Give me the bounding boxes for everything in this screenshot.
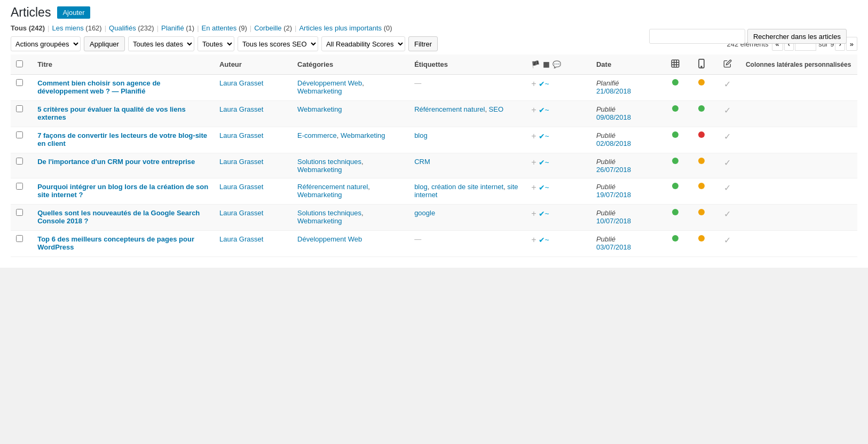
author-link[interactable]: Laura Grasset: [219, 158, 263, 166]
dot-seo: [672, 235, 678, 242]
seo-check-icon: ✔~: [539, 158, 549, 167]
date-status: Publié: [596, 105, 616, 113]
date-value[interactable]: 02/08/2018: [596, 139, 657, 147]
seo-add-icon[interactable]: +: [531, 131, 536, 141]
readability-filter-select[interactable]: All Readability Scores: [321, 36, 405, 51]
row-checkbox[interactable]: [16, 79, 23, 86]
date-status: Publié: [596, 158, 616, 166]
th-edit-icon[interactable]: [714, 54, 740, 75]
status-link-5[interactable]: Corbeille (2): [254, 24, 292, 32]
author-link[interactable]: Laura Grasset: [219, 235, 263, 243]
search-button[interactable]: Rechercher dans les articles: [747, 29, 847, 44]
date-value[interactable]: 19/07/2018: [596, 191, 657, 199]
tag-link[interactable]: blog: [414, 183, 428, 191]
dot-readability: [698, 158, 705, 164]
status-link-6[interactable]: Articles les plus importants (0): [299, 24, 392, 32]
seo-add-icon[interactable]: +: [531, 209, 536, 219]
category-link[interactable]: Référencement naturel: [297, 183, 368, 191]
seo-filter-select[interactable]: Tous les scores SEO: [238, 36, 318, 51]
article-title-link[interactable]: 7 façons de convertir les lecteurs de vo…: [37, 131, 209, 147]
date-value[interactable]: 09/08/2018: [596, 113, 657, 121]
tag-link[interactable]: google: [414, 209, 435, 217]
row-checkbox[interactable]: [16, 209, 23, 216]
category-link[interactable]: Développement Web: [297, 79, 362, 87]
article-title-link[interactable]: Comment bien choisir son agence de dével…: [37, 79, 209, 95]
article-title-link[interactable]: 5 critères pour évaluer la qualité de vo…: [37, 105, 209, 121]
seo-add-icon[interactable]: +: [531, 158, 536, 167]
seo-score-icon: ▦: [543, 60, 549, 68]
category-link[interactable]: Webmarketing: [297, 105, 342, 113]
table-row: Pourquoi intégrer un blog lors de la cré…: [11, 178, 857, 205]
th-mobile-icon[interactable]: [689, 54, 715, 75]
category-link[interactable]: Webmarketing: [297, 166, 342, 174]
th-auteur[interactable]: Auteur: [214, 54, 292, 75]
author-link[interactable]: Laura Grasset: [219, 105, 263, 113]
category-link[interactable]: E-commerce: [297, 131, 337, 139]
checkmark-icon: ✓: [724, 80, 731, 89]
th-date[interactable]: Date: [591, 54, 662, 75]
author-link[interactable]: Laura Grasset: [219, 183, 263, 191]
seo-add-icon[interactable]: +: [531, 105, 536, 115]
category-link[interactable]: Webmarketing: [297, 217, 342, 225]
dot-seo: [672, 79, 678, 85]
row-checkbox[interactable]: [16, 105, 23, 112]
row-checkbox[interactable]: [16, 235, 23, 242]
author-link[interactable]: Laura Grasset: [219, 79, 263, 87]
seo-add-icon[interactable]: +: [531, 183, 536, 192]
category-link[interactable]: Webmarketing: [297, 87, 342, 95]
seo-add-icon[interactable]: +: [531, 235, 536, 245]
th-export-icon[interactable]: [662, 54, 689, 75]
tag-link[interactable]: SEO: [489, 105, 503, 113]
add-article-button[interactable]: Ajouter: [57, 6, 90, 19]
row-checkbox[interactable]: [16, 183, 23, 190]
th-etiquettes[interactable]: Étiquettes: [409, 54, 526, 75]
author-link[interactable]: Laura Grasset: [219, 209, 263, 217]
dot-seo: [672, 131, 678, 138]
filter-button[interactable]: Filtrer: [408, 36, 438, 51]
date-value[interactable]: 21/08/2018: [596, 87, 657, 95]
date-filter-select[interactable]: Toutes les dates: [128, 36, 194, 51]
table-row: Top 6 des meilleurs concepteurs de pages…: [11, 231, 857, 257]
row-checkbox[interactable]: [16, 131, 23, 138]
seo-add-icon[interactable]: +: [531, 79, 536, 89]
seo-check-icon: ✔~: [539, 80, 549, 88]
article-title-link[interactable]: Pourquoi intégrer un blog lors de la cré…: [37, 183, 209, 199]
search-input[interactable]: [649, 29, 745, 44]
article-title-link[interactable]: Quelles sont les nouveautés de la Google…: [37, 209, 209, 225]
bulk-actions-select[interactable]: Actions groupées: [11, 36, 81, 51]
status-link-2[interactable]: Qualifiés (232): [109, 24, 154, 32]
category-link[interactable]: Solutions techniques: [297, 209, 361, 217]
status-link-3[interactable]: Planifié (1): [161, 24, 194, 32]
th-categories[interactable]: Catégories: [292, 54, 409, 75]
edit-icon: [723, 61, 732, 69]
date-value[interactable]: 10/07/2018: [596, 217, 657, 225]
article-title-link[interactable]: De l'importance d'un CRM pour votre entr…: [37, 158, 209, 166]
category-link[interactable]: Solutions techniques: [297, 158, 361, 166]
author-link[interactable]: Laura Grasset: [219, 131, 263, 139]
tag-link[interactable]: CRM: [414, 158, 430, 166]
svg-point-2: [701, 66, 702, 67]
th-select-all[interactable]: [11, 54, 32, 75]
date-value[interactable]: 03/07/2018: [596, 243, 657, 251]
tag-link[interactable]: création de site internet: [431, 183, 503, 191]
seo-check-icon: ✔~: [539, 106, 549, 114]
category-link[interactable]: Développement Web: [297, 235, 362, 243]
last-page-button[interactable]: »: [846, 37, 857, 51]
select-all-checkbox[interactable]: [16, 60, 23, 67]
category-link[interactable]: Webmarketing: [297, 191, 342, 199]
th-categories-label: Catégories: [297, 60, 333, 68]
category-link[interactable]: Webmarketing: [341, 131, 385, 139]
tag-link[interactable]: Référencement naturel: [414, 105, 485, 113]
seo-check-icon: ✔~: [539, 183, 549, 192]
dot-readability: [698, 79, 705, 85]
apply-button[interactable]: Appliquer: [84, 36, 125, 51]
article-title-link[interactable]: Top 6 des meilleurs concepteurs de pages…: [37, 235, 209, 251]
row-checkbox[interactable]: [16, 158, 23, 165]
status-link-4[interactable]: En attentes (9): [202, 24, 247, 32]
th-date-label: Date: [596, 60, 611, 68]
category-filter-select[interactable]: Toutes: [198, 36, 234, 51]
tag-link[interactable]: blog: [414, 131, 428, 139]
th-titre[interactable]: Titre: [32, 54, 214, 75]
status-link-1[interactable]: Les miens (162): [52, 24, 101, 32]
date-value[interactable]: 26/07/2018: [596, 166, 657, 174]
